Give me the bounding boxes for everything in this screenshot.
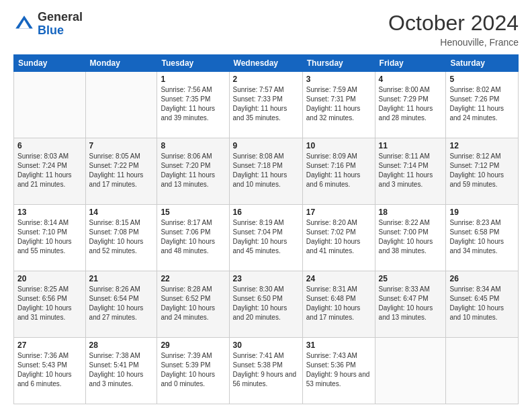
calendar-cell-1-2: 8Sunrise: 8:06 AMSunset: 7:20 PMDaylight… [157, 138, 229, 205]
cell-day-number: 31 [306, 340, 371, 350]
cell-day-number: 14 [89, 208, 154, 217]
calendar-cell-3-2: 22Sunrise: 8:28 AMSunset: 6:52 PMDayligh… [157, 271, 229, 338]
cell-day-number: 24 [306, 274, 371, 283]
cell-day-number: 6 [17, 141, 82, 150]
cell-day-number: 7 [89, 141, 154, 150]
calendar-week-2: 13Sunrise: 8:14 AMSunset: 7:10 PMDayligh… [14, 205, 519, 271]
cell-day-number: 19 [449, 208, 515, 217]
calendar-cell-4-4: 31Sunrise: 7:43 AMSunset: 5:36 PMDayligh… [302, 338, 375, 404]
cell-info: Sunrise: 8:25 AMSunset: 6:56 PMDaylight:… [17, 285, 82, 322]
calendar-cell-2-3: 16Sunrise: 8:19 AMSunset: 7:04 PMDayligh… [229, 205, 302, 271]
calendar-table: Sunday Monday Tuesday Wednesday Thursday… [13, 54, 519, 404]
col-saturday: Saturday [446, 55, 519, 72]
cell-info: Sunrise: 8:33 AMSunset: 6:47 PMDaylight:… [379, 285, 443, 322]
calendar-cell-2-0: 13Sunrise: 8:14 AMSunset: 7:10 PMDayligh… [14, 205, 86, 271]
col-wednesday: Wednesday [229, 55, 302, 72]
calendar-cell-0-6: 5Sunrise: 8:02 AMSunset: 7:26 PMDaylight… [446, 72, 519, 138]
cell-day-number: 28 [89, 340, 154, 350]
cell-info: Sunrise: 8:28 AMSunset: 6:52 PMDaylight:… [161, 285, 225, 322]
cell-day-number: 10 [306, 141, 371, 150]
header-row: Sunday Monday Tuesday Wednesday Thursday… [14, 55, 519, 72]
calendar-week-3: 20Sunrise: 8:25 AMSunset: 6:56 PMDayligh… [14, 271, 519, 338]
cell-info: Sunrise: 7:57 AMSunset: 7:33 PMDaylight:… [233, 85, 299, 123]
calendar-cell-4-2: 29Sunrise: 7:39 AMSunset: 5:39 PMDayligh… [157, 338, 229, 404]
cell-info: Sunrise: 7:36 AMSunset: 5:43 PMDaylight:… [17, 351, 82, 389]
logo: General Blue [13, 11, 83, 38]
cell-info: Sunrise: 8:23 AMSunset: 6:58 PMDaylight:… [449, 218, 515, 256]
calendar-cell-4-1: 28Sunrise: 7:38 AMSunset: 5:41 PMDayligh… [85, 338, 157, 404]
col-thursday: Thursday [302, 55, 375, 72]
subtitle: Henouville, France [388, 37, 519, 48]
logo-general: General [38, 10, 83, 24]
calendar-week-4: 27Sunrise: 7:36 AMSunset: 5:43 PMDayligh… [14, 338, 519, 404]
calendar-week-1: 6Sunrise: 8:03 AMSunset: 7:24 PMDaylight… [14, 138, 519, 205]
calendar-cell-3-0: 20Sunrise: 8:25 AMSunset: 6:56 PMDayligh… [14, 271, 86, 338]
calendar-cell-0-0 [14, 72, 86, 138]
calendar-cell-0-2: 1Sunrise: 7:56 AMSunset: 7:35 PMDaylight… [157, 72, 229, 138]
cell-info: Sunrise: 8:30 AMSunset: 6:50 PMDaylight:… [233, 285, 299, 322]
cell-info: Sunrise: 7:39 AMSunset: 5:39 PMDaylight:… [161, 351, 225, 389]
col-monday: Monday [85, 55, 157, 72]
month-title: October 2024 [388, 11, 519, 36]
calendar-cell-0-1 [85, 72, 157, 138]
cell-info: Sunrise: 8:08 AMSunset: 7:18 PMDaylight:… [233, 152, 299, 189]
cell-day-number: 20 [17, 274, 82, 283]
cell-info: Sunrise: 8:09 AMSunset: 7:16 PMDaylight:… [306, 152, 371, 189]
cell-info: Sunrise: 7:41 AMSunset: 5:38 PMDaylight:… [233, 351, 299, 389]
cell-day-number: 29 [161, 340, 225, 350]
cell-info: Sunrise: 8:17 AMSunset: 7:06 PMDaylight:… [161, 218, 225, 256]
logo-text: General Blue [38, 11, 83, 38]
cell-info: Sunrise: 8:05 AMSunset: 7:22 PMDaylight:… [89, 152, 154, 189]
col-friday: Friday [375, 55, 446, 72]
calendar-cell-4-3: 30Sunrise: 7:41 AMSunset: 5:38 PMDayligh… [229, 338, 302, 404]
calendar-cell-1-1: 7Sunrise: 8:05 AMSunset: 7:22 PMDaylight… [85, 138, 157, 205]
cell-info: Sunrise: 8:11 AMSunset: 7:14 PMDaylight:… [379, 152, 443, 189]
calendar-cell-2-4: 17Sunrise: 8:20 AMSunset: 7:02 PMDayligh… [302, 205, 375, 271]
cell-info: Sunrise: 8:12 AMSunset: 7:12 PMDaylight:… [449, 152, 515, 189]
cell-day-number: 3 [306, 75, 371, 84]
cell-info: Sunrise: 7:38 AMSunset: 5:41 PMDaylight:… [89, 351, 154, 389]
logo-icon [13, 13, 35, 35]
page: General Blue October 2024 Henouville, Fr… [0, 0, 532, 411]
cell-info: Sunrise: 8:14 AMSunset: 7:10 PMDaylight:… [17, 218, 82, 256]
calendar-cell-1-5: 11Sunrise: 8:11 AMSunset: 7:14 PMDayligh… [375, 138, 446, 205]
cell-info: Sunrise: 8:19 AMSunset: 7:04 PMDaylight:… [233, 218, 299, 256]
cell-info: Sunrise: 8:26 AMSunset: 6:54 PMDaylight:… [89, 285, 154, 322]
cell-info: Sunrise: 8:15 AMSunset: 7:08 PMDaylight:… [89, 218, 154, 256]
cell-day-number: 15 [161, 208, 225, 217]
header: General Blue October 2024 Henouville, Fr… [13, 11, 519, 48]
cell-day-number: 8 [161, 141, 225, 150]
title-block: October 2024 Henouville, France [388, 11, 519, 48]
cell-info: Sunrise: 8:00 AMSunset: 7:29 PMDaylight:… [379, 85, 443, 123]
calendar-cell-1-0: 6Sunrise: 8:03 AMSunset: 7:24 PMDaylight… [14, 138, 86, 205]
calendar-cell-2-2: 15Sunrise: 8:17 AMSunset: 7:06 PMDayligh… [157, 205, 229, 271]
cell-info: Sunrise: 7:43 AMSunset: 5:36 PMDaylight:… [306, 351, 371, 389]
calendar-cell-1-3: 9Sunrise: 8:08 AMSunset: 7:18 PMDaylight… [229, 138, 302, 205]
cell-info: Sunrise: 8:31 AMSunset: 6:48 PMDaylight:… [306, 285, 371, 322]
calendar-week-0: 1Sunrise: 7:56 AMSunset: 7:35 PMDaylight… [14, 72, 519, 138]
calendar-cell-2-5: 18Sunrise: 8:22 AMSunset: 7:00 PMDayligh… [375, 205, 446, 271]
cell-info: Sunrise: 8:02 AMSunset: 7:26 PMDaylight:… [449, 85, 515, 123]
calendar-cell-3-3: 23Sunrise: 8:30 AMSunset: 6:50 PMDayligh… [229, 271, 302, 338]
cell-day-number: 18 [379, 208, 443, 217]
calendar-cell-4-6 [446, 338, 519, 404]
calendar-cell-1-6: 12Sunrise: 8:12 AMSunset: 7:12 PMDayligh… [446, 138, 519, 205]
cell-day-number: 2 [233, 75, 299, 84]
calendar-cell-2-1: 14Sunrise: 8:15 AMSunset: 7:08 PMDayligh… [85, 205, 157, 271]
cell-day-number: 5 [449, 75, 515, 84]
cell-info: Sunrise: 7:59 AMSunset: 7:31 PMDaylight:… [306, 85, 371, 123]
calendar-cell-0-4: 3Sunrise: 7:59 AMSunset: 7:31 PMDaylight… [302, 72, 375, 138]
cell-day-number: 1 [161, 75, 225, 84]
cell-info: Sunrise: 8:20 AMSunset: 7:02 PMDaylight:… [306, 218, 371, 256]
cell-day-number: 26 [449, 274, 515, 283]
cell-info: Sunrise: 8:22 AMSunset: 7:00 PMDaylight:… [379, 218, 443, 256]
cell-day-number: 13 [17, 208, 82, 217]
cell-info: Sunrise: 8:06 AMSunset: 7:20 PMDaylight:… [161, 152, 225, 189]
cell-day-number: 21 [89, 274, 154, 283]
cell-day-number: 27 [17, 340, 82, 350]
calendar-cell-2-6: 19Sunrise: 8:23 AMSunset: 6:58 PMDayligh… [446, 205, 519, 271]
calendar-cell-3-4: 24Sunrise: 8:31 AMSunset: 6:48 PMDayligh… [302, 271, 375, 338]
cell-day-number: 16 [233, 208, 299, 217]
calendar-cell-4-0: 27Sunrise: 7:36 AMSunset: 5:43 PMDayligh… [14, 338, 86, 404]
cell-day-number: 23 [233, 274, 299, 283]
